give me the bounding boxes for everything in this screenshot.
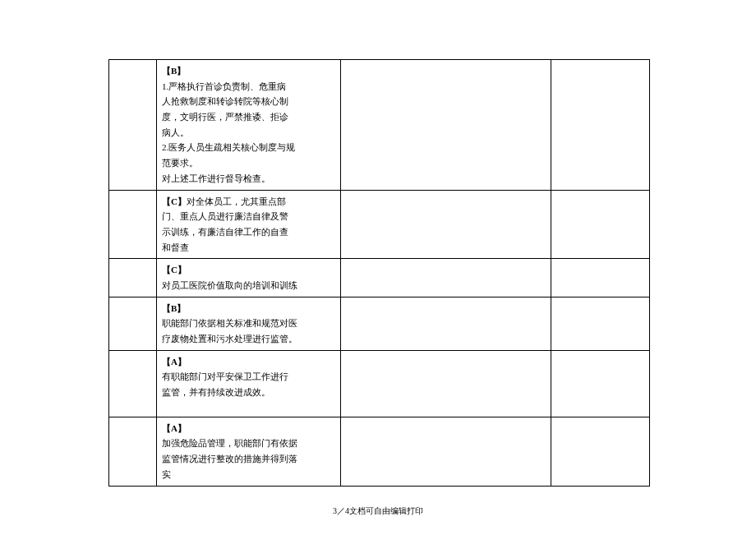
table-row: 【B】 1.严格执行首诊负责制、危重病 人抢救制度和转诊转院等核心制 度，文明行… bbox=[109, 60, 650, 191]
row-tag: 【B】 bbox=[162, 303, 186, 313]
row-tag: 【B】 bbox=[162, 66, 186, 76]
cell-col1 bbox=[109, 60, 157, 191]
cell-col1 bbox=[109, 259, 157, 297]
table-wrapper: 【B】 1.严格执行首诊负责制、危重病 人抢救制度和转诊转院等核心制 度，文明行… bbox=[108, 59, 649, 487]
row-line: 1.严格执行首诊负责制、危重病 bbox=[162, 81, 286, 91]
cell-col2: 【B】 职能部门依据相关标准和规范对医 疗废物处置和污水处理进行监管。 bbox=[157, 297, 341, 350]
row-tag: 【C】 bbox=[162, 196, 187, 206]
row-line: 和督查 bbox=[162, 242, 189, 252]
cell-col2: 【B】 1.严格执行首诊负责制、危重病 人抢救制度和转诊转院等核心制 度，文明行… bbox=[157, 60, 341, 191]
row-line: 示训练，有廉洁自律工作的自查 bbox=[162, 227, 288, 237]
cell-col1 bbox=[109, 417, 157, 486]
cell-col4 bbox=[551, 60, 650, 191]
row-line: 有职能部门对平安保卫工作进行 bbox=[162, 371, 288, 381]
row-line: 对上述工作进行督导检查。 bbox=[162, 173, 270, 183]
cell-col4 bbox=[551, 297, 650, 350]
row-line: 度，文明行医，严禁推诿、拒诊 bbox=[162, 112, 288, 122]
cell-col4 bbox=[551, 417, 650, 486]
row-line: 对员工医院价值取向的培训和训练 bbox=[162, 280, 297, 290]
cell-col2: 【C】对全体员工，尤其重点部 门、重点人员进行廉洁自律及警 示训练，有廉洁自律工… bbox=[157, 190, 341, 259]
row-line: 监管情况进行整改的措施并得到落 bbox=[162, 454, 297, 464]
row-tag: 【A】 bbox=[162, 357, 187, 367]
cell-col3 bbox=[341, 259, 551, 297]
row-line: 实 bbox=[162, 469, 171, 479]
row-line: 2.医务人员生疏相关核心制度与规 bbox=[162, 142, 295, 152]
cell-col3 bbox=[341, 60, 551, 191]
row-line: 人抢救制度和转诊转院等核心制 bbox=[162, 96, 288, 106]
row-line: 职能部门依据相关标准和规范对医 bbox=[162, 318, 297, 328]
cell-col2: 【A】 有职能部门对平安保卫工作进行 监管，并有持续改进成效。 bbox=[157, 350, 341, 417]
table-row: 【A】 加强危险品管理，职能部门有依据 监管情况进行整改的措施并得到落 实 bbox=[109, 417, 650, 486]
cell-col2: 【A】 加强危险品管理，职能部门有依据 监管情况进行整改的措施并得到落 实 bbox=[157, 417, 341, 486]
row-line: 监管，并有持续改进成效。 bbox=[162, 387, 270, 397]
cell-col3 bbox=[341, 417, 551, 486]
cell-col3 bbox=[341, 350, 551, 417]
cell-col4 bbox=[551, 259, 650, 297]
cell-col4 bbox=[551, 350, 650, 417]
row-tag: 【A】 bbox=[162, 423, 187, 433]
table-row: 【C】 对员工医院价值取向的培训和训练 bbox=[109, 259, 650, 297]
cell-col3 bbox=[341, 190, 551, 259]
cell-col4 bbox=[551, 190, 650, 259]
cell-col3 bbox=[341, 297, 551, 350]
row-line: 病人。 bbox=[162, 127, 189, 137]
table-row: 【A】 有职能部门对平安保卫工作进行 监管，并有持续改进成效。 bbox=[109, 350, 650, 417]
row-line: 门、重点人员进行廉洁自律及警 bbox=[162, 211, 288, 221]
page-footer: 3／4文档可自由编辑打印 bbox=[0, 505, 756, 517]
row-line: 加强危险品管理，职能部门有依据 bbox=[162, 438, 297, 448]
row-inline: 对全体员工，尤其重点部 bbox=[187, 196, 286, 206]
table-row: 【B】 职能部门依据相关标准和规范对医 疗废物处置和污水处理进行监管。 bbox=[109, 297, 650, 350]
cell-col2: 【C】 对员工医院价值取向的培训和训练 bbox=[157, 259, 341, 297]
cell-col1 bbox=[109, 350, 157, 417]
row-line: 范要求。 bbox=[162, 158, 198, 168]
page-container: 【B】 1.严格执行首诊负责制、危重病 人抢救制度和转诊转院等核心制 度，文明行… bbox=[0, 0, 756, 535]
cell-col1 bbox=[109, 297, 157, 350]
table-row: 【C】对全体员工，尤其重点部 门、重点人员进行廉洁自律及警 示训练，有廉洁自律工… bbox=[109, 190, 650, 259]
cell-col1 bbox=[109, 190, 157, 259]
row-tag: 【C】 bbox=[162, 265, 187, 274]
row-line: 疗废物处置和污水处理进行监管。 bbox=[162, 334, 297, 344]
document-table: 【B】 1.严格执行首诊负责制、危重病 人抢救制度和转诊转院等核心制 度，文明行… bbox=[108, 59, 650, 487]
